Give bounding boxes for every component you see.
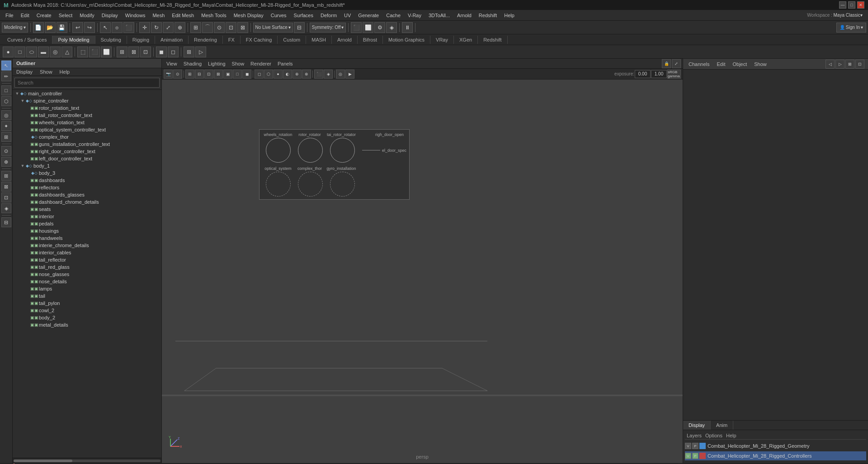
tab-mash[interactable]: MASH [306,36,332,44]
anim-tab[interactable]: Anim [711,421,733,430]
create-poly-tool[interactable]: □ [1,85,11,95]
tree-item-cowl2[interactable]: ▣▣ cowl_2 [13,307,161,314]
tab-vray[interactable]: VRay [430,36,454,44]
extrude-button[interactable]: ⬚ [77,47,88,57]
layer-v-btn-controllers[interactable]: V [685,453,691,459]
tree-item-interior[interactable]: ▣▣ interior [13,213,161,220]
bridge-button[interactable]: ⬛ [89,47,100,57]
vp-shading-6[interactable]: ⊗ [302,70,311,79]
tree-item-pedals[interactable]: ▣▣ pedals [13,220,161,227]
redo-button[interactable]: ↪ [84,22,95,33]
paint-select-button[interactable]: ⬛ [123,22,134,33]
grid-tool-4[interactable]: ◈ [1,203,11,213]
tree-item-metal-details[interactable]: ▣▣ metal_details [13,321,161,328]
tree-item-right-door[interactable]: ▣▣ right_door_controller_text [13,148,161,155]
vp-camera-button[interactable]: 📷 [164,70,173,79]
tree-item-body1[interactable]: ▼ ◆◇ body_1 [13,162,161,169]
ch-btn-2[interactable]: ▷ [835,60,844,69]
menu-3dtoall[interactable]: 3DToAll... [425,12,453,19]
menu-create[interactable]: Create [33,12,55,19]
vp-shading-1[interactable]: ◻ [255,70,264,79]
viewport-canvas[interactable]: wheels_rotation rotor_rotator tai_rotor_… [162,80,683,463]
channels-tab[interactable]: Channels [687,61,711,68]
bevel-button[interactable]: ⬜ [101,47,112,57]
insert-edge-button[interactable]: ⊡ [140,47,151,57]
tab-fx-caching[interactable]: FX Caching [241,36,278,44]
render-settings-button[interactable]: ⚙ [374,22,385,33]
tab-sculpting[interactable]: Sculpting [95,36,127,44]
extra-tool-1[interactable]: ⊟ [1,217,11,227]
poly-torus-button[interactable]: ◎ [50,47,61,57]
render-button[interactable]: ⬛ [351,22,362,33]
symmetry-dropdown[interactable]: Symmetry: Off ▾ [310,23,346,33]
vp-grid-7[interactable]: ◼ [242,70,251,79]
poly-cone-button[interactable]: △ [61,47,72,57]
outliner-search-input[interactable] [14,78,160,88]
ch-btn-1[interactable]: ◁ [826,60,835,69]
tab-curves-surfaces[interactable]: Curves / Surfaces [2,36,52,44]
tree-item-wheels-rotation[interactable]: ▣▣ wheels_rotation_text [13,119,161,126]
minimize-button[interactable]: — [839,1,846,9]
tree-item-dashboards-glasses[interactable]: ▣▣ dashboards_glasses [13,191,161,198]
menu-surfaces[interactable]: Surfaces [290,12,317,19]
poly-sphere-button[interactable]: ● [3,47,14,57]
snap-view-button[interactable]: ⊡ [226,22,236,33]
edit-tab[interactable]: Edit [715,61,727,68]
playblast-button[interactable]: ▷ [195,47,206,57]
vp-xray-button[interactable]: ◈ [324,70,333,79]
tab-xgen[interactable]: XGen [454,36,478,44]
exposure-input[interactable] [635,70,651,78]
mode-dropdown[interactable]: Modeling ▾ [2,23,28,33]
tree-item-handweels[interactable]: ▣▣ handweels [13,234,161,242]
display-tab[interactable]: Display [683,421,711,430]
vp-menu-renderer[interactable]: Renderer [248,60,274,67]
snap-live-button[interactable]: ⊠ [237,22,248,33]
menu-generate[interactable]: Generate [354,12,382,19]
outliner-help-menu[interactable]: Help [56,68,74,75]
menu-deform[interactable]: Deform [317,12,340,19]
save-file-button[interactable]: 💾 [57,22,67,33]
tree-item-lamps[interactable]: ▣▣ lamps [13,285,161,292]
scale-tool-button[interactable]: ⤢ [163,22,174,33]
menu-windows[interactable]: Windows [122,12,149,19]
cluster-tool[interactable]: ✦ [1,121,11,131]
ipr-button[interactable]: ⬜ [363,22,373,33]
tree-item-body2[interactable]: ▣▣ body_2 [13,314,161,321]
face-mode-button[interactable]: ◼ [156,47,167,57]
snap-curve-button[interactable]: ⌒ [202,22,213,33]
vp-grid-2[interactable]: ⊟ [195,70,204,79]
gamma-input[interactable] [651,70,667,78]
menu-mesh[interactable]: Mesh [149,12,168,19]
menu-modify[interactable]: Modify [76,12,98,19]
close-button[interactable]: ✕ [857,1,864,9]
vp-grid-3[interactable]: ⊡ [204,70,213,79]
vp-grid-1[interactable]: ⊞ [185,70,194,79]
snap-tool[interactable]: ⊙ [1,146,11,156]
tab-arnold[interactable]: Arnold [332,36,358,44]
select-tool-button[interactable]: ↖ [100,22,111,33]
vp-isolate-button[interactable]: ◎ [336,70,345,79]
tree-item-dashboards[interactable]: ▣▣ dashboards [13,177,161,184]
poly-plane-button[interactable]: ▬ [38,47,49,57]
layer-p-btn-geometry[interactable]: P [692,443,698,449]
vp-lock-icon[interactable]: 🔒 [662,59,671,68]
vp-grid-4[interactable]: ⊠ [214,70,223,79]
grid-tool-3[interactable]: ⊡ [1,192,11,202]
tree-item-housings[interactable]: ▣▣ housings [13,227,161,234]
tab-rendering[interactable]: Rendering [189,36,223,44]
tab-bifrost[interactable]: Bifrost [358,36,383,44]
tree-item-body3[interactable]: ◆◇ body_3 [13,169,161,177]
ch-btn-3[interactable]: ⊠ [845,60,854,69]
menu-mesh-tools[interactable]: Mesh Tools [198,12,230,19]
rotate-tool-button[interactable]: ↻ [151,22,162,33]
vp-shading-3[interactable]: ● [274,70,283,79]
outliner-hscroll[interactable] [13,458,161,463]
vp-snap-button[interactable]: ⊙ [173,70,182,79]
tree-item-guns-installation[interactable]: ▣▣ guns_installation_controller_text [13,141,161,148]
lattice-tool[interactable]: ⊞ [1,132,11,142]
tree-item-reflectors[interactable]: ▣▣ reflectors [13,184,161,191]
poly-cube-button[interactable]: □ [14,47,25,57]
tree-item-dashboard-chrome[interactable]: ▣▣ dashboard_chrome_details [13,198,161,206]
vp-shading-2[interactable]: ⬡ [264,70,273,79]
vp-menu-shading[interactable]: Shading [181,60,204,67]
